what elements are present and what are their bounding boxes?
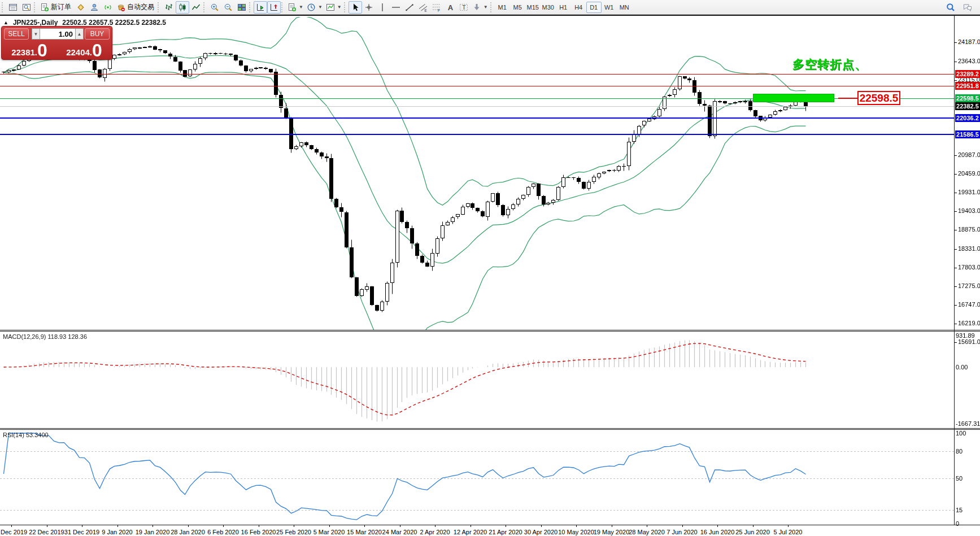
time-axis-tick — [188, 525, 189, 527]
time-axis-label: 30 Apr 2020 — [524, 529, 557, 535]
chart-shift-button[interactable] — [267, 1, 281, 14]
collapse-panel-arrow[interactable]: ▲ — [3, 20, 8, 25]
cursor-button[interactable] — [349, 1, 362, 14]
horizontal-line-object[interactable] — [0, 134, 954, 135]
timeframe-d1[interactable]: D1 — [586, 2, 602, 13]
macd-rsi-pane-separator[interactable] — [0, 428, 980, 430]
time-axis-label: 10 May 2020 — [558, 529, 594, 535]
zoom-in-button[interactable] — [208, 1, 221, 14]
timeframe-m5[interactable]: M5 — [510, 2, 525, 13]
arrows-button[interactable]: ▼ — [471, 1, 490, 14]
rsi-label: RSI(14) 53.3400 — [3, 432, 49, 438]
price-axis-tick: 20459.0 — [955, 170, 980, 177]
new-order-button[interactable]: 新订单 — [38, 1, 74, 14]
autotrading-button[interactable]: 自动交易 — [115, 1, 157, 14]
hline-icon — [391, 3, 400, 12]
toolbar-grip[interactable] — [344, 2, 347, 12]
timeframe-m15[interactable]: M15 — [525, 2, 541, 13]
toolbar-grip[interactable] — [281, 2, 284, 12]
timeframe-m1[interactable]: M1 — [495, 2, 510, 13]
horizontal-line-object[interactable] — [0, 74, 954, 75]
vertical-line-button[interactable] — [376, 1, 389, 14]
macd-label: MACD(12,26,9) 118.93 128.36 — [3, 333, 87, 340]
price-callout-box[interactable]: 22598.5 — [857, 91, 900, 105]
template-button[interactable]: ▼ — [324, 1, 343, 14]
buy-button[interactable]: BUY — [85, 28, 110, 40]
person-icon — [90, 3, 99, 12]
price-axis-tick: 19403.0 — [955, 207, 980, 214]
chart-window[interactable]: ▲ JPN225-,Daily 22502.5 22657.5 22252.5 … — [0, 15, 980, 536]
turning-point-annotation[interactable]: 多空转折点、 — [792, 56, 867, 72]
time-axis-tick — [223, 525, 224, 527]
time-axis-label: 28 May 2020 — [629, 529, 665, 535]
price-axis-badge: 22598.5 — [955, 94, 980, 102]
indicators-button[interactable]: ▼ — [286, 1, 305, 14]
price-axis-badge: 22951.8 — [955, 82, 980, 90]
periods-button[interactable]: ▼ — [305, 1, 324, 14]
timeframe-w1[interactable]: W1 — [602, 2, 617, 13]
fibonacci-button[interactable]: F — [430, 1, 443, 14]
price-axis-tick: 20987.0 — [955, 151, 980, 158]
timeframe-m30[interactable]: M30 — [541, 2, 556, 13]
horizontal-line-object[interactable] — [0, 117, 954, 119]
equidistant-channel-button[interactable]: E — [416, 1, 430, 14]
macd-indicator-canvas[interactable] — [0, 332, 954, 429]
toolbar-grip[interactable] — [203, 2, 206, 12]
rsi-indicator-canvas[interactable] — [0, 430, 954, 524]
text-button[interactable]: A — [443, 1, 457, 14]
volume-up-button[interactable]: ▲ — [75, 28, 84, 40]
timeframe-mn[interactable]: MN — [617, 2, 632, 13]
toolbar-grip[interactable] — [490, 2, 493, 12]
time-axis-tick — [541, 525, 542, 527]
timeframe-h1[interactable]: H1 — [556, 2, 571, 13]
toolbar-grip[interactable] — [2, 2, 5, 12]
signals-button[interactable] — [101, 1, 115, 14]
price-axis-tick: 16747.0 — [955, 301, 980, 308]
time-axis-tick — [82, 525, 82, 527]
candles-icon — [178, 3, 187, 12]
time-axis-label: 19 May 2020 — [594, 529, 630, 535]
price-axis-badge: 21586.5 — [955, 130, 980, 138]
chat-button[interactable] — [961, 1, 974, 14]
chart-window-button[interactable] — [6, 1, 20, 14]
volume-down-button[interactable]: ▼ — [32, 28, 40, 40]
main-macd-pane-separator[interactable] — [0, 330, 980, 332]
bucket-icon — [116, 3, 125, 12]
horizontal-line-object[interactable] — [0, 86, 954, 86]
trend-icon — [405, 3, 414, 12]
tile-windows-button[interactable] — [235, 1, 249, 14]
time-axis-label: 7 Jun 2020 — [667, 529, 697, 535]
volume-input[interactable]: 1.00 — [40, 28, 75, 40]
toolbar-grip[interactable] — [158, 2, 160, 12]
toolbar-group: ▼▼▼ — [286, 1, 343, 14]
metaeditor-button[interactable] — [74, 1, 88, 14]
toolbar-grip[interactable] — [34, 2, 37, 12]
candlestick-chart-button[interactable] — [176, 1, 189, 14]
doc-plus-icon — [40, 3, 49, 12]
mt4-application: 新订单自动交易▼▼▼EFAT▼M1M5M15M30H1H4D1W1MN ▲ JP… — [0, 0, 980, 536]
crosshair-button[interactable] — [362, 1, 376, 14]
timeframe-h4[interactable]: H4 — [571, 2, 586, 13]
time-axis-label: 9 Jan 2020 — [102, 529, 132, 535]
zoom-out-button[interactable] — [221, 1, 235, 14]
volume-stepper: ▼ 1.00 ▲ — [32, 28, 84, 40]
trendline-button[interactable] — [403, 1, 416, 14]
bar-chart-button[interactable] — [162, 1, 176, 14]
toolbar-grip[interactable] — [249, 2, 252, 12]
horizontal-line-button[interactable] — [389, 1, 403, 14]
green-rectangle-object[interactable] — [753, 94, 834, 102]
sell-button[interactable]: SELL — [4, 28, 29, 40]
time-axis-tick — [47, 525, 47, 527]
strategy-tester-button[interactable] — [20, 1, 33, 14]
doc-plus-icon — [288, 3, 297, 12]
community-button[interactable] — [88, 1, 101, 14]
toolbar-group — [254, 1, 281, 14]
time-axis-tick — [576, 525, 577, 527]
vline-icon — [378, 3, 387, 12]
sell-price-big-digit: 0 — [37, 42, 47, 59]
line-chart-button[interactable] — [189, 1, 203, 14]
bid-price-line[interactable] — [0, 106, 954, 107]
search-button[interactable] — [944, 1, 957, 14]
auto-scroll-button[interactable] — [254, 1, 267, 14]
text-label-button[interactable]: T — [457, 1, 471, 14]
